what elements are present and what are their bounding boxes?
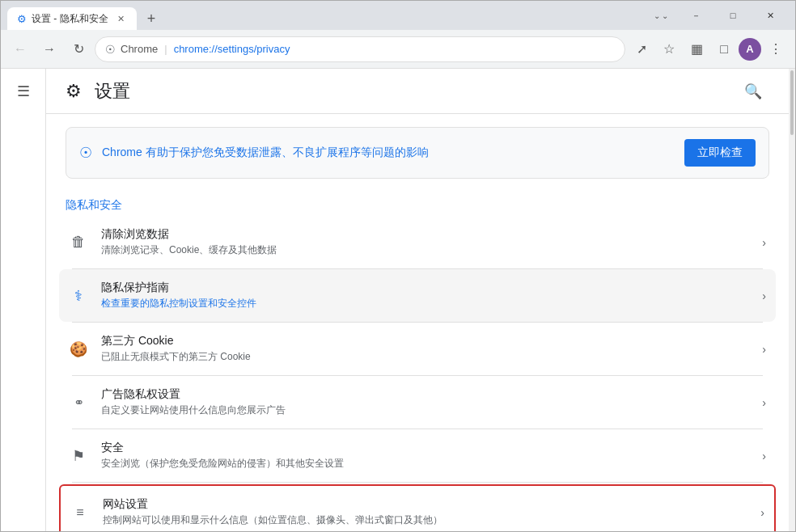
chevron-right-icon-0: › <box>762 236 766 249</box>
chevron-right-icon-5: › <box>760 506 764 519</box>
settings-page-title: 设置 <box>95 79 130 103</box>
settings-search-button[interactable]: 🔍 <box>737 75 769 108</box>
address-chrome-label: Chrome <box>121 43 158 55</box>
ad-privacy-title: 广告隐私权设置 <box>101 387 749 402</box>
settings-icon: ⚙ <box>66 81 82 102</box>
sidebar-toggle-button[interactable]: □ <box>711 36 737 62</box>
settings-header: ⚙ 设置 🔍 <box>46 69 789 114</box>
page-content: ☰ ⚙ 设置 🔍 ☉ Chrome 有助于保护您免受数据泄露、不良扩展程序等问题… <box>1 69 795 531</box>
banner-shield-icon: ☉ <box>79 144 92 162</box>
banner-text: Chrome 有助于保护您免受数据泄露、不良扩展程序等问题的影响 <box>102 146 675 160</box>
security-icon: ⚑ <box>69 446 88 466</box>
address-url: chrome://settings/privacy <box>174 43 290 55</box>
hamburger-menu-button[interactable]: ☰ <box>7 75 40 108</box>
cookie-title: 第三方 Cookie <box>101 334 749 348</box>
privacy-section-title: 隐私和安全 <box>46 192 789 216</box>
menu-item-site-settings[interactable]: ≡ 网站设置 控制网站可以使用和显示什么信息（如位置信息、摄像头、弹出式窗口及其… <box>59 484 776 531</box>
window-controls: ⌄ ⌄ － □ ✕ <box>645 1 789 30</box>
tab-area: ⚙ 设置 - 隐私和安全 ✕ + <box>7 1 645 30</box>
privacy-guide-title: 隐私保护指南 <box>101 281 749 295</box>
toolbar-right-actions: ➚ ☆ ▦ □ A ⋮ <box>629 36 789 62</box>
site-settings-title: 网站设置 <box>103 497 747 512</box>
back-button[interactable]: ← <box>7 36 33 62</box>
address-bar[interactable]: ☉ Chrome | chrome://settings/privacy <box>95 36 625 62</box>
forward-button[interactable]: → <box>36 36 62 62</box>
share-button[interactable]: ➚ <box>629 36 654 62</box>
reload-button[interactable]: ↻ <box>66 36 91 62</box>
cookie-icon: 🍪 <box>69 340 88 359</box>
clear-browsing-desc: 清除浏览记录、Cookie、缓存及其他数据 <box>101 243 749 257</box>
minimize-button[interactable]: － <box>677 1 714 30</box>
menu-item-ad-privacy[interactable]: ⚭ 广告隐私权设置 自定义要让网站使用什么信息向您展示广告 › <box>59 376 776 429</box>
address-separator: | <box>164 43 167 55</box>
bookmark-button[interactable]: ☆ <box>656 36 682 62</box>
site-settings-icon: ≡ <box>70 503 90 522</box>
caption-controls-left: ⌄ ⌄ <box>645 1 677 30</box>
scrollbar-thumb[interactable] <box>790 70 794 135</box>
cookie-desc: 已阻止无痕模式下的第三方 Cookie <box>101 350 749 364</box>
menu-item-text-privacy-guide: 隐私保护指南 检查重要的隐私控制设置和安全控件 <box>101 281 749 310</box>
titlebar: ⚙ 设置 - 隐私和安全 ✕ + ⌄ ⌄ － □ ✕ <box>1 1 795 30</box>
tab-favicon: ⚙ <box>17 13 27 25</box>
new-tab-button[interactable]: + <box>140 7 163 30</box>
scrollbar[interactable] <box>789 69 795 531</box>
browser-toolbar: ← → ↻ ☉ Chrome | chrome://settings/priva… <box>1 30 795 69</box>
ad-privacy-desc: 自定义要让网站使用什么信息向您展示广告 <box>101 403 749 417</box>
security-desc: 安全浏览（保护您免受危险网站的侵害）和其他安全设置 <box>101 457 749 471</box>
menu-item-text-cookie: 第三方 Cookie 已阻止无痕模式下的第三方 Cookie <box>101 334 749 364</box>
site-settings-desc: 控制网站可以使用和显示什么信息（如位置信息、摄像头、弹出式窗口及其他） <box>103 513 747 527</box>
chevron-right-icon-2: › <box>762 343 766 356</box>
profile-button[interactable]: A <box>739 38 761 61</box>
tab-title: 设置 - 隐私和安全 <box>32 12 108 26</box>
menu-item-text-site: 网站设置 控制网站可以使用和显示什么信息（如位置信息、摄像头、弹出式窗口及其他） <box>103 497 747 527</box>
menu-item-clear-browsing[interactable]: 🗑 清除浏览数据 清除浏览记录、Cookie、缓存及其他数据 › <box>59 216 776 268</box>
menu-item-text-ad: 广告隐私权设置 自定义要让网站使用什么信息向您展示广告 <box>101 387 749 417</box>
menu-item-text-security: 安全 安全浏览（保护您免受危险网站的侵害）和其他安全设置 <box>101 441 749 471</box>
chrome-safety-banner: ☉ Chrome 有助于保护您免受数据泄露、不良扩展程序等问题的影响 立即检查 <box>66 127 769 179</box>
more-menu-button[interactable]: ⋮ <box>763 36 789 62</box>
browser-window: ⚙ 设置 - 隐私和安全 ✕ + ⌄ ⌄ － □ ✕ ← → ↻ ☉ Chrom… <box>0 0 796 532</box>
main-content-area: ⚙ 设置 🔍 ☉ Chrome 有助于保护您免受数据泄露、不良扩展程序等问题的影… <box>46 69 789 531</box>
chevron-right-icon-1: › <box>762 289 766 302</box>
chevron-right-icon-4: › <box>762 450 766 462</box>
divider-4 <box>72 482 763 483</box>
menu-item-text-clear: 清除浏览数据 清除浏览记录、Cookie、缓存及其他数据 <box>101 227 749 257</box>
privacy-menu-list: 🗑 清除浏览数据 清除浏览记录、Cookie、缓存及其他数据 › ⚕ 隐私保护指… <box>59 216 776 531</box>
ad-privacy-icon: ⚭ <box>69 393 88 412</box>
privacy-guide-desc: 检查重要的隐私控制设置和安全控件 <box>101 297 749 310</box>
active-tab[interactable]: ⚙ 设置 - 隐私和安全 ✕ <box>7 7 137 30</box>
close-button[interactable]: ✕ <box>752 1 789 30</box>
clear-browsing-title: 清除浏览数据 <box>101 227 749 242</box>
menu-item-third-party-cookie[interactable]: 🍪 第三方 Cookie 已阻止无痕模式下的第三方 Cookie › <box>59 323 776 375</box>
maximize-button[interactable]: □ <box>714 1 752 30</box>
menu-item-privacy-guide[interactable]: ⚕ 隐私保护指南 检查重要的隐私控制设置和安全控件 › <box>59 269 776 322</box>
security-title: 安全 <box>101 441 749 455</box>
trash-icon: 🗑 <box>69 233 88 252</box>
chevron-right-icon-3: › <box>762 396 766 409</box>
privacy-guide-icon: ⚕ <box>69 286 88 306</box>
extensions-button[interactable]: ▦ <box>684 36 709 62</box>
lock-icon: ☉ <box>105 43 116 56</box>
tab-close-button[interactable]: ✕ <box>114 12 127 25</box>
check-now-button[interactable]: 立即检查 <box>684 139 756 167</box>
menu-item-security[interactable]: ⚑ 安全 安全浏览（保护您免受危险网站的侵害）和其他安全设置 › <box>59 429 776 482</box>
settings-sidebar: ☰ <box>1 69 46 531</box>
